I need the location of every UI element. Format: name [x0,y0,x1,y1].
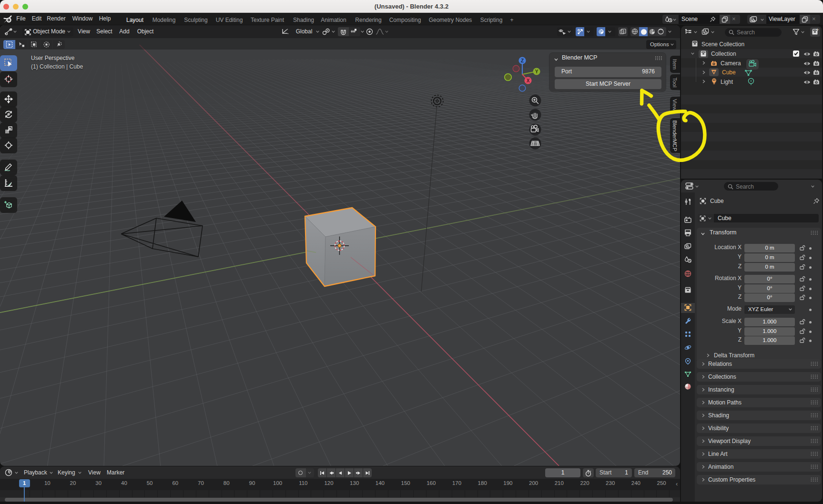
svg-text:Y: Y [535,69,539,74]
svg-text:X: X [527,78,530,83]
svg-text:Z: Z [521,58,524,63]
